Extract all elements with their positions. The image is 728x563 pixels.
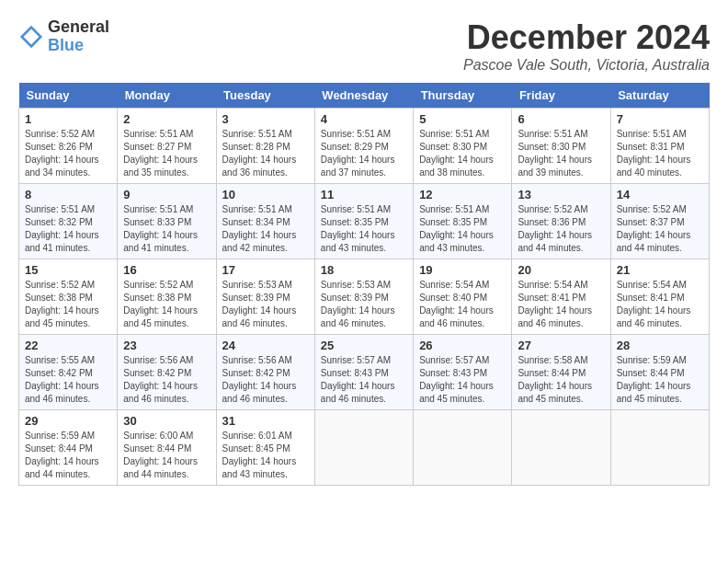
day-number: 21 bbox=[617, 263, 703, 277]
calendar-week-row: 29Sunrise: 5:59 AMSunset: 8:44 PMDayligh… bbox=[19, 410, 710, 486]
calendar-cell: 24Sunrise: 5:56 AMSunset: 8:42 PMDayligh… bbox=[216, 335, 314, 410]
day-info: Sunrise: 5:58 AMSunset: 8:44 PMDaylight:… bbox=[518, 354, 604, 406]
day-number: 17 bbox=[222, 263, 309, 277]
page-header: General Blue December 2024 Pascoe Vale S… bbox=[18, 18, 710, 74]
day-info: Sunrise: 5:52 AMSunset: 8:38 PMDaylight:… bbox=[123, 279, 210, 330]
calendar-week-row: 8Sunrise: 5:51 AMSunset: 8:32 PMDaylight… bbox=[19, 184, 710, 259]
day-number: 15 bbox=[25, 263, 111, 277]
calendar-cell: 3Sunrise: 5:51 AMSunset: 8:28 PMDaylight… bbox=[216, 109, 314, 184]
calendar-cell bbox=[314, 410, 413, 486]
day-info: Sunrise: 5:51 AMSunset: 8:32 PMDaylight:… bbox=[25, 203, 111, 255]
logo: General Blue bbox=[18, 18, 109, 55]
day-info: Sunrise: 5:52 AMSunset: 8:37 PMDaylight:… bbox=[617, 203, 703, 255]
day-info: Sunrise: 5:54 AMSunset: 8:41 PMDaylight:… bbox=[617, 279, 703, 330]
day-number: 12 bbox=[419, 188, 506, 201]
day-info: Sunrise: 5:56 AMSunset: 8:42 PMDaylight:… bbox=[123, 354, 210, 406]
day-info: Sunrise: 5:51 AMSunset: 8:34 PMDaylight:… bbox=[222, 203, 309, 255]
day-info: Sunrise: 5:59 AMSunset: 8:44 PMDaylight:… bbox=[25, 430, 111, 481]
day-number: 31 bbox=[222, 414, 309, 428]
calendar-cell: 12Sunrise: 5:51 AMSunset: 8:35 PMDayligh… bbox=[414, 184, 512, 259]
day-number: 23 bbox=[123, 339, 210, 352]
calendar-cell: 18Sunrise: 5:53 AMSunset: 8:39 PMDayligh… bbox=[314, 259, 413, 335]
day-number: 22 bbox=[25, 339, 111, 352]
day-number: 8 bbox=[25, 188, 111, 201]
day-number: 18 bbox=[321, 263, 407, 277]
header-wednesday: Wednesday bbox=[314, 83, 413, 109]
calendar-cell: 9Sunrise: 5:51 AMSunset: 8:33 PMDaylight… bbox=[118, 184, 216, 259]
day-info: Sunrise: 5:53 AMSunset: 8:39 PMDaylight:… bbox=[321, 279, 407, 330]
day-info: Sunrise: 5:51 AMSunset: 8:27 PMDaylight:… bbox=[123, 128, 210, 179]
day-info: Sunrise: 5:59 AMSunset: 8:44 PMDaylight:… bbox=[617, 354, 703, 406]
day-info: Sunrise: 5:51 AMSunset: 8:35 PMDaylight:… bbox=[321, 203, 407, 255]
calendar-cell: 25Sunrise: 5:57 AMSunset: 8:43 PMDayligh… bbox=[314, 335, 413, 410]
calendar-cell: 23Sunrise: 5:56 AMSunset: 8:42 PMDayligh… bbox=[118, 335, 216, 410]
calendar-cell: 21Sunrise: 5:54 AMSunset: 8:41 PMDayligh… bbox=[610, 259, 709, 335]
day-info: Sunrise: 5:52 AMSunset: 8:26 PMDaylight:… bbox=[25, 128, 111, 179]
day-number: 9 bbox=[123, 188, 210, 201]
day-info: Sunrise: 5:57 AMSunset: 8:43 PMDaylight:… bbox=[419, 354, 506, 406]
day-number: 16 bbox=[123, 263, 210, 277]
calendar-cell: 29Sunrise: 5:59 AMSunset: 8:44 PMDayligh… bbox=[19, 410, 118, 486]
calendar-cell: 26Sunrise: 5:57 AMSunset: 8:43 PMDayligh… bbox=[414, 335, 512, 410]
day-number: 26 bbox=[419, 339, 506, 352]
calendar-header-row: SundayMondayTuesdayWednesdayThursdayFrid… bbox=[19, 83, 710, 109]
header-thursday: Thursday bbox=[414, 83, 512, 109]
calendar-cell: 10Sunrise: 5:51 AMSunset: 8:34 PMDayligh… bbox=[216, 184, 314, 259]
day-number: 3 bbox=[222, 112, 309, 126]
logo-icon bbox=[18, 24, 44, 50]
calendar-cell: 28Sunrise: 5:59 AMSunset: 8:44 PMDayligh… bbox=[610, 335, 709, 410]
day-number: 1 bbox=[25, 112, 111, 126]
day-info: Sunrise: 5:51 AMSunset: 8:35 PMDaylight:… bbox=[419, 203, 506, 255]
day-info: Sunrise: 5:57 AMSunset: 8:43 PMDaylight:… bbox=[321, 354, 407, 406]
day-number: 13 bbox=[518, 188, 604, 201]
calendar-cell: 6Sunrise: 5:51 AMSunset: 8:30 PMDaylight… bbox=[512, 109, 610, 184]
calendar-week-row: 15Sunrise: 5:52 AMSunset: 8:38 PMDayligh… bbox=[19, 259, 710, 335]
day-info: Sunrise: 5:51 AMSunset: 8:33 PMDaylight:… bbox=[123, 203, 210, 255]
day-info: Sunrise: 5:52 AMSunset: 8:38 PMDaylight:… bbox=[25, 279, 111, 330]
day-number: 20 bbox=[518, 263, 604, 277]
calendar-cell: 2Sunrise: 5:51 AMSunset: 8:27 PMDaylight… bbox=[118, 109, 216, 184]
header-monday: Monday bbox=[118, 83, 216, 109]
calendar-week-row: 1Sunrise: 5:52 AMSunset: 8:26 PMDaylight… bbox=[19, 109, 710, 184]
calendar-cell: 7Sunrise: 5:51 AMSunset: 8:31 PMDaylight… bbox=[610, 109, 709, 184]
calendar-cell: 14Sunrise: 5:52 AMSunset: 8:37 PMDayligh… bbox=[610, 184, 709, 259]
day-number: 25 bbox=[321, 339, 407, 352]
calendar-week-row: 22Sunrise: 5:55 AMSunset: 8:42 PMDayligh… bbox=[19, 335, 710, 410]
header-sunday: Sunday bbox=[19, 83, 118, 109]
day-number: 4 bbox=[321, 112, 407, 126]
calendar-cell: 17Sunrise: 5:53 AMSunset: 8:39 PMDayligh… bbox=[216, 259, 314, 335]
day-info: Sunrise: 5:51 AMSunset: 8:28 PMDaylight:… bbox=[222, 128, 309, 179]
logo-line2: Blue bbox=[48, 37, 109, 55]
day-number: 6 bbox=[518, 112, 604, 126]
calendar-cell: 5Sunrise: 5:51 AMSunset: 8:30 PMDaylight… bbox=[414, 109, 512, 184]
day-info: Sunrise: 6:00 AMSunset: 8:44 PMDaylight:… bbox=[123, 430, 210, 481]
day-number: 30 bbox=[123, 414, 210, 428]
day-info: Sunrise: 5:52 AMSunset: 8:36 PMDaylight:… bbox=[518, 203, 604, 255]
header-tuesday: Tuesday bbox=[216, 83, 314, 109]
calendar-cell: 13Sunrise: 5:52 AMSunset: 8:36 PMDayligh… bbox=[512, 184, 610, 259]
calendar-cell: 15Sunrise: 5:52 AMSunset: 8:38 PMDayligh… bbox=[19, 259, 118, 335]
calendar-cell bbox=[414, 410, 512, 486]
day-info: Sunrise: 5:53 AMSunset: 8:39 PMDaylight:… bbox=[222, 279, 309, 330]
day-number: 2 bbox=[123, 112, 210, 126]
calendar-cell: 30Sunrise: 6:00 AMSunset: 8:44 PMDayligh… bbox=[118, 410, 216, 486]
calendar-cell: 8Sunrise: 5:51 AMSunset: 8:32 PMDaylight… bbox=[19, 184, 118, 259]
logo-text: General Blue bbox=[48, 18, 109, 55]
day-info: Sunrise: 5:51 AMSunset: 8:30 PMDaylight:… bbox=[419, 128, 506, 179]
day-number: 10 bbox=[222, 188, 309, 201]
calendar-cell bbox=[512, 410, 610, 486]
calendar-cell: 27Sunrise: 5:58 AMSunset: 8:44 PMDayligh… bbox=[512, 335, 610, 410]
title-area: December 2024 Pascoe Vale South, Victori… bbox=[463, 18, 710, 74]
header-friday: Friday bbox=[512, 83, 610, 109]
day-number: 7 bbox=[617, 112, 703, 126]
day-info: Sunrise: 5:51 AMSunset: 8:31 PMDaylight:… bbox=[617, 128, 703, 179]
day-info: Sunrise: 5:51 AMSunset: 8:29 PMDaylight:… bbox=[321, 128, 407, 179]
day-info: Sunrise: 5:55 AMSunset: 8:42 PMDaylight:… bbox=[25, 354, 111, 406]
day-number: 14 bbox=[617, 188, 703, 201]
calendar-cell: 22Sunrise: 5:55 AMSunset: 8:42 PMDayligh… bbox=[19, 335, 118, 410]
calendar-cell: 4Sunrise: 5:51 AMSunset: 8:29 PMDaylight… bbox=[314, 109, 413, 184]
calendar-cell: 11Sunrise: 5:51 AMSunset: 8:35 PMDayligh… bbox=[314, 184, 413, 259]
day-number: 29 bbox=[25, 414, 111, 428]
location-title: Pascoe Vale South, Victoria, Australia bbox=[463, 57, 710, 74]
calendar-cell: 16Sunrise: 5:52 AMSunset: 8:38 PMDayligh… bbox=[118, 259, 216, 335]
